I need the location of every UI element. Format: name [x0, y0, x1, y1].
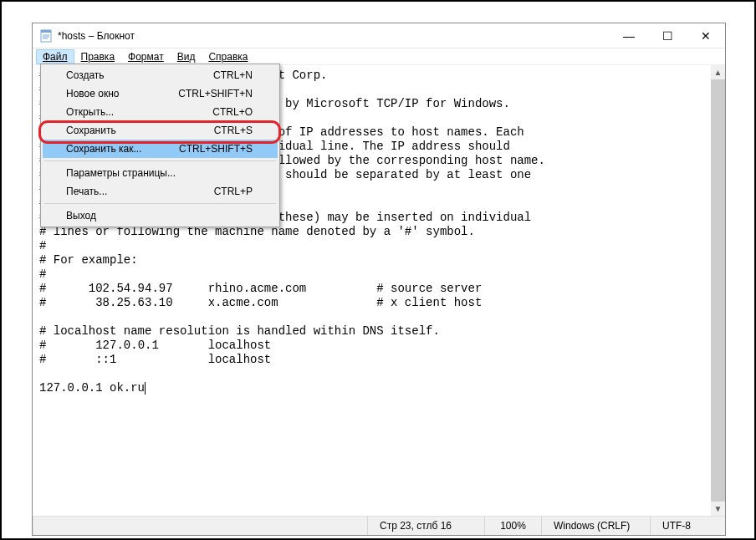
status-format: UTF-8 [650, 517, 725, 535]
menu-item-new[interactable]: СоздатьCTRL+N [43, 66, 278, 84]
window-controls: — ☐ ✕ [610, 23, 725, 48]
text-caret [145, 382, 146, 395]
file-menu-dropdown: СоздатьCTRL+N Новое окноCTRL+SHIFT+N Отк… [40, 64, 280, 227]
menu-edit[interactable]: Правка [74, 49, 122, 64]
status-position: Стр 23, стлб 16 [367, 517, 484, 535]
menu-separator [44, 160, 276, 161]
notepad-icon [39, 29, 53, 43]
title-bar: *hosts – Блокнот — ☐ ✕ [33, 23, 725, 48]
status-zoom: 100% [484, 517, 541, 535]
scroll-down-icon[interactable]: ▼ [711, 502, 725, 516]
status-encoding: Windows (CRLF) [541, 517, 650, 535]
menu-help[interactable]: Справка [202, 49, 254, 64]
menu-view[interactable]: Вид [171, 49, 202, 64]
status-spacer [33, 517, 367, 535]
menu-item-save[interactable]: СохранитьCTRL+S [43, 121, 278, 140]
close-button[interactable]: ✕ [687, 23, 725, 48]
svg-rect-1 [41, 30, 51, 33]
scroll-up-icon[interactable]: ▲ [711, 65, 725, 79]
maximize-button[interactable]: ☐ [648, 23, 687, 48]
status-bar: Стр 23, стлб 16 100% Windows (CRLF) UTF-… [33, 516, 725, 535]
menu-separator [44, 203, 276, 204]
menu-item-new-window[interactable]: Новое окноCTRL+SHIFT+N [43, 84, 278, 103]
menu-item-exit[interactable]: Выход [43, 206, 278, 225]
minimize-button[interactable]: — [610, 23, 648, 48]
scroll-track[interactable] [711, 79, 725, 502]
scroll-thumb[interactable] [711, 79, 725, 502]
menu-bar: Файл Правка Формат Вид Справка [33, 48, 725, 65]
menu-format[interactable]: Формат [121, 49, 171, 64]
vertical-scrollbar[interactable]: ▲ ▼ [711, 65, 725, 516]
menu-item-print[interactable]: Печать...CTRL+P [43, 182, 278, 201]
menu-file[interactable]: Файл [36, 49, 74, 64]
window-title: *hosts – Блокнот [58, 30, 135, 42]
menu-item-save-as[interactable]: Сохранить как...CTRL+SHIFT+S [43, 140, 278, 158]
menu-item-page-setup[interactable]: Параметры страницы... [43, 164, 278, 182]
menu-item-open[interactable]: Открыть...CTRL+O [43, 103, 278, 121]
